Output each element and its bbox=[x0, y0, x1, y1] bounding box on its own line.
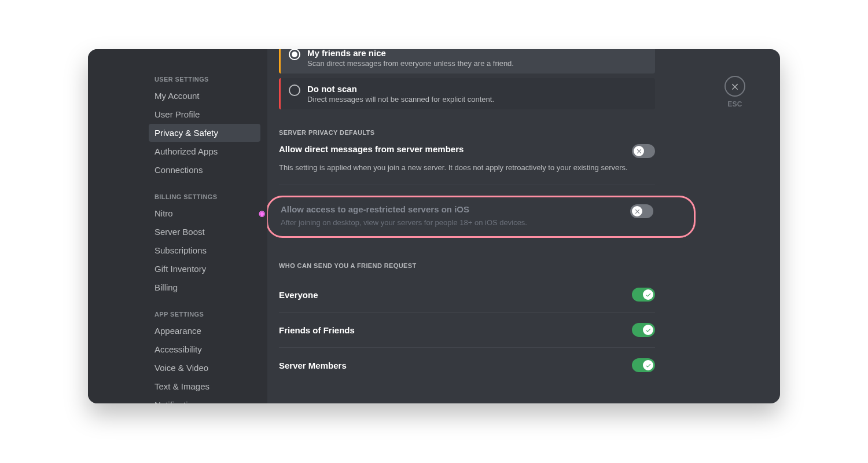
sidebar-item-nitro[interactable]: Nitro ◉ bbox=[149, 204, 260, 222]
setting-desc: This setting is applied when you join a … bbox=[279, 163, 655, 173]
sidebar-item-label: Authorized Apps bbox=[155, 146, 218, 156]
check-icon bbox=[645, 292, 652, 298]
sidebar-item-label: Text & Images bbox=[155, 381, 209, 391]
nitro-badge-icon: ◉ bbox=[259, 209, 265, 218]
close-icon bbox=[730, 82, 740, 91]
setting-allow-dm-server-members: Allow direct messages from server member… bbox=[279, 144, 655, 158]
setting-desc: After joining on desktop, view your serv… bbox=[281, 218, 619, 228]
friend-request-server-members: Server Members bbox=[279, 347, 655, 383]
sidebar-item-label: Notifications bbox=[155, 400, 202, 403]
setting-title: Allow access to age-restricted servers o… bbox=[281, 204, 619, 214]
radio-unselected-icon bbox=[289, 84, 300, 96]
sidebar-item-voice-video[interactable]: Voice & Video bbox=[149, 359, 260, 377]
toggle-age-restricted-ios[interactable] bbox=[630, 204, 653, 218]
sidebar-item-label: Subscriptions bbox=[155, 245, 207, 255]
friend-request-label: Friends of Friends bbox=[279, 325, 355, 335]
friend-request-heading: WHO CAN SEND YOU A FRIEND REQUEST bbox=[279, 262, 655, 269]
sidebar-item-notifications[interactable]: Notifications bbox=[149, 396, 260, 403]
sidebar-item-subscriptions[interactable]: Subscriptions bbox=[149, 241, 260, 259]
sidebar-heading-billing-settings: BILLING SETTINGS bbox=[149, 190, 260, 204]
sidebar-item-label: Accessibility bbox=[155, 344, 202, 354]
scan-option-desc: Direct messages will not be scanned for … bbox=[307, 95, 494, 104]
close-label: ESC bbox=[724, 100, 745, 108]
scan-option-desc: Scan direct messages from everyone unles… bbox=[307, 59, 514, 68]
sidebar-item-appearance[interactable]: Appearance bbox=[149, 322, 260, 340]
sidebar-heading-app-settings: APP SETTINGS bbox=[149, 307, 260, 321]
scan-option-friends-nice[interactable]: My friends are nice Scan direct messages… bbox=[279, 49, 655, 74]
friend-request-friends-of-friends: Friends of Friends bbox=[279, 312, 655, 347]
sidebar-item-privacy-safety[interactable]: Privacy & Safety bbox=[149, 124, 260, 142]
settings-sidebar: USER SETTINGS My Account User Profile Pr… bbox=[88, 49, 267, 403]
x-icon bbox=[634, 208, 641, 215]
sidebar-item-accessibility[interactable]: Accessibility bbox=[149, 340, 260, 358]
sidebar-item-billing[interactable]: Billing bbox=[149, 278, 260, 296]
sidebar-item-my-account[interactable]: My Account bbox=[149, 87, 260, 105]
sidebar-item-label: Gift Inventory bbox=[155, 264, 206, 274]
sidebar-item-label: Billing bbox=[155, 282, 178, 292]
friend-request-label: Server Members bbox=[279, 361, 347, 370]
sidebar-item-gift-inventory[interactable]: Gift Inventory bbox=[149, 260, 260, 278]
sidebar-item-label: Privacy & Safety bbox=[155, 128, 218, 138]
close-area: ESC bbox=[724, 76, 745, 108]
divider bbox=[279, 185, 655, 185]
toggle-everyone[interactable] bbox=[632, 288, 655, 302]
friend-request-label: Everyone bbox=[279, 290, 318, 300]
sidebar-item-label: Server Boost bbox=[155, 227, 205, 237]
settings-content: My friends are nice Scan direct messages… bbox=[267, 49, 684, 403]
sidebar-item-label: My Account bbox=[155, 91, 200, 101]
close-button[interactable] bbox=[724, 76, 745, 97]
sidebar-item-server-boost[interactable]: Server Boost bbox=[149, 223, 260, 241]
sidebar-item-authorized-apps[interactable]: Authorized Apps bbox=[149, 142, 260, 160]
scan-option-title: Do not scan bbox=[307, 84, 494, 94]
friend-request-everyone: Everyone bbox=[279, 277, 655, 312]
setting-title: Allow direct messages from server member… bbox=[279, 144, 620, 154]
check-icon bbox=[645, 362, 652, 369]
sidebar-item-label: User Profile bbox=[155, 109, 200, 119]
sidebar-heading-user-settings: USER SETTINGS bbox=[149, 72, 260, 86]
sidebar-item-label: Connections bbox=[155, 165, 203, 175]
sidebar-item-label: Nitro bbox=[155, 208, 173, 218]
highlighted-age-restricted-setting: Allow access to age-restricted servers o… bbox=[267, 196, 696, 238]
settings-window: USER SETTINGS My Account User Profile Pr… bbox=[88, 49, 780, 403]
sidebar-item-label: Voice & Video bbox=[155, 363, 208, 373]
server-privacy-heading: SERVER PRIVACY DEFAULTS bbox=[279, 129, 655, 136]
scan-option-title: My friends are nice bbox=[307, 49, 514, 58]
sidebar-item-user-profile[interactable]: User Profile bbox=[149, 105, 260, 123]
check-icon bbox=[645, 327, 652, 333]
radio-selected-icon bbox=[289, 49, 300, 60]
toggle-friends-of-friends[interactable] bbox=[632, 323, 655, 337]
sidebar-item-connections[interactable]: Connections bbox=[149, 161, 260, 179]
scan-option-do-not-scan[interactable]: Do not scan Direct messages will not be … bbox=[279, 78, 655, 109]
toggle-server-members[interactable] bbox=[632, 358, 655, 372]
sidebar-item-text-images[interactable]: Text & Images bbox=[149, 377, 260, 395]
sidebar-item-label: Appearance bbox=[155, 326, 201, 336]
x-icon bbox=[636, 148, 642, 155]
toggle-allow-dm[interactable] bbox=[632, 144, 655, 158]
